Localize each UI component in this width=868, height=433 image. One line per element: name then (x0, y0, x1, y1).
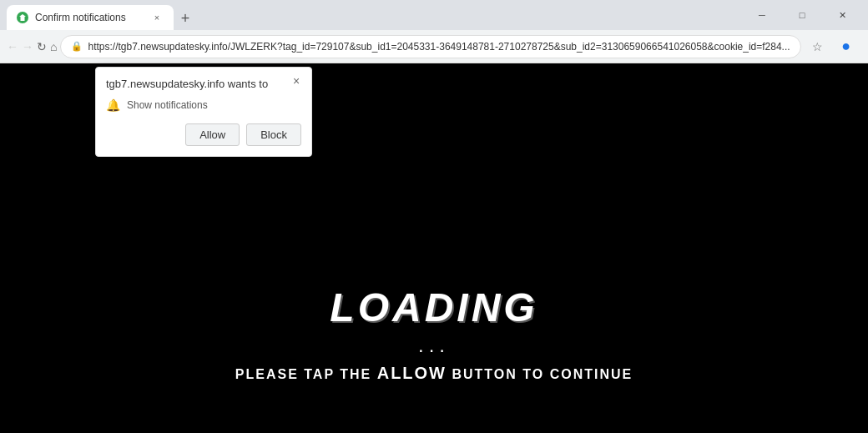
menu-button[interactable]: ⋮ (861, 33, 868, 60)
popup-buttons: Allow Block (106, 123, 301, 146)
window-controls: ─ □ ✕ (743, 3, 861, 28)
forward-icon: → (22, 40, 33, 53)
tab-area: Confirm notifications × + (7, 0, 739, 30)
tab-favicon (17, 12, 28, 23)
page-content: LOADING ... PLEASE TAP THE ALLOW BUTTON … (0, 63, 868, 433)
permission-text: Show notifications (127, 99, 208, 111)
address-bar[interactable]: 🔒 https://tgb7.newsupdatesky.info/JWLZER… (60, 35, 800, 58)
popup-close-button[interactable]: × (288, 73, 305, 89)
home-icon: ⌂ (50, 40, 57, 53)
popup-title: tgb7.newsupdatesky.info wants to (106, 78, 301, 90)
loading-dots: ... (235, 334, 633, 357)
toolbar: ← → ↻ ⌂ 🔒 https://tgb7.newsupdatesky.inf… (0, 30, 868, 63)
minimize-button[interactable]: ─ (743, 3, 781, 28)
popup-permission: 🔔 Show notifications (106, 98, 301, 112)
back-icon: ← (7, 40, 18, 53)
block-button[interactable]: Block (246, 123, 301, 146)
close-button[interactable]: ✕ (823, 3, 861, 28)
lock-icon: 🔒 (71, 41, 83, 52)
subtitle-post: BUTTON TO CONTINUE (447, 367, 633, 381)
profile-icon: ● (841, 38, 850, 55)
toolbar-actions: ☆ ● ⋮ (805, 33, 868, 60)
home-button[interactable]: ⌂ (50, 33, 57, 60)
bookmark-icon: ☆ (812, 40, 823, 53)
notification-popup: × tgb7.newsupdatesky.info wants to 🔔 Sho… (95, 67, 312, 157)
new-tab-button[interactable]: + (174, 7, 197, 30)
subtitle-pre: PLEASE TAP THE (235, 367, 377, 381)
reload-icon: ↻ (37, 40, 47, 53)
back-button[interactable]: ← (7, 33, 18, 60)
maximize-button[interactable]: □ (783, 3, 821, 28)
loading-title: LOADING (235, 284, 633, 330)
title-bar: Confirm notifications × + ─ □ ✕ (0, 0, 868, 30)
address-text: https://tgb7.newsupdatesky.info/JWLZERK?… (88, 41, 790, 53)
allow-button[interactable]: Allow (185, 123, 240, 146)
browser-window: Confirm notifications × + ─ □ ✕ ← → ↻ ⌂ … (0, 0, 868, 433)
tab-close-button[interactable]: × (150, 11, 164, 24)
tab-title: Confirm notifications (35, 12, 144, 23)
forward-button[interactable]: → (22, 33, 33, 60)
loading-container: LOADING ... PLEASE TAP THE ALLOW BUTTON … (235, 284, 633, 383)
bookmark-button[interactable]: ☆ (805, 33, 831, 60)
bell-icon: 🔔 (106, 98, 120, 112)
loading-subtitle: PLEASE TAP THE ALLOW BUTTON TO CONTINUE (235, 364, 633, 383)
active-tab[interactable]: Confirm notifications × (7, 5, 174, 30)
profile-button[interactable]: ● (833, 33, 860, 60)
subtitle-highlight: ALLOW (377, 364, 447, 382)
reload-button[interactable]: ↻ (37, 33, 47, 60)
